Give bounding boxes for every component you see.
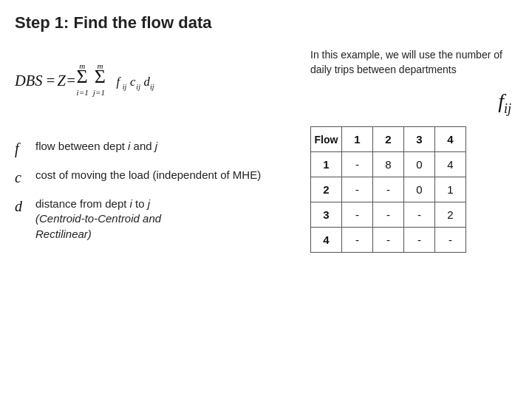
svg-text:ij: ij <box>150 83 154 91</box>
table-row-label-2: 3 <box>311 202 342 228</box>
svg-text:Σ: Σ <box>77 66 88 87</box>
table-cell-3-3: - <box>435 228 466 253</box>
formula-area: DBS = Z = m Σ i=1 m Σ j=1 f ij c ij d ij <box>15 55 288 109</box>
var-desc-d: distance from dept i to j(Centroid-to-Ce… <box>35 197 161 242</box>
table-header-row: Flow 1 2 3 4 <box>311 127 466 152</box>
table-cell-3-2: - <box>404 228 435 253</box>
variable-row-c: c cost of moving the load (independent o… <box>15 168 288 186</box>
table-row: 2--01 <box>311 177 466 202</box>
table-cell-0-1: 8 <box>373 152 404 177</box>
table-cell-2-0: - <box>342 202 373 228</box>
table-cell-1-0: - <box>342 177 373 202</box>
variables-list: f flow between dept i and j c cost of mo… <box>15 139 288 242</box>
page-title: Step 1: Find the flow data <box>0 0 532 40</box>
table-row: 4---- <box>311 228 466 253</box>
table-cell-0-2: 0 <box>404 152 435 177</box>
table-cell-2-2: - <box>404 202 435 228</box>
svg-text:=: = <box>47 72 55 89</box>
var-desc-f: flow between dept i and j <box>35 139 157 154</box>
svg-text:=: = <box>67 72 76 89</box>
table-cell-3-0: - <box>342 228 373 253</box>
svg-text:ij: ij <box>123 83 127 91</box>
variable-row-f: f flow between dept i and j <box>15 139 288 157</box>
table-row: 3---2 <box>311 202 466 228</box>
table-row-label-3: 4 <box>311 228 342 253</box>
var-letter-c: c <box>15 169 28 186</box>
variable-row-d: d distance from dept i to j(Centroid-to-… <box>15 197 288 242</box>
right-panel: In this example, we will use the number … <box>310 47 517 253</box>
table-cell-0-0: - <box>342 152 373 177</box>
svg-text:Z: Z <box>58 72 66 89</box>
svg-text:c: c <box>130 75 136 89</box>
table-header-col-2: 2 <box>373 127 404 152</box>
info-text: In this example, we will use the number … <box>310 47 517 78</box>
svg-text:ij: ij <box>136 83 140 91</box>
table-row-label-1: 2 <box>311 177 342 202</box>
left-panel: DBS = Z = m Σ i=1 m Σ j=1 f ij c ij d ij <box>15 47 288 253</box>
table-cell-0-3: 4 <box>435 152 466 177</box>
table-row: 1-804 <box>311 152 466 177</box>
svg-text:DBS: DBS <box>15 72 42 89</box>
flow-table: Flow 1 2 3 4 1-8042--013---24---- <box>310 126 466 253</box>
svg-text:Σ: Σ <box>95 66 106 87</box>
table-cell-2-1: - <box>373 202 404 228</box>
svg-text:f: f <box>116 75 121 89</box>
var-letter-f: f <box>15 140 28 157</box>
table-header-flow: Flow <box>311 127 342 152</box>
table-cell-1-2: 0 <box>404 177 435 202</box>
fij-label: fij <box>498 89 511 117</box>
table-cell-1-3: 1 <box>435 177 466 202</box>
table-header-col-4: 4 <box>435 127 466 152</box>
svg-text:j=1: j=1 <box>92 88 105 97</box>
fij-f: f <box>498 89 504 112</box>
table-cell-2-3: 2 <box>435 202 466 228</box>
var-desc-c: cost of moving the load (independent of … <box>35 168 261 183</box>
table-row-label-0: 1 <box>311 152 342 177</box>
table-header-col-1: 1 <box>342 127 373 152</box>
var-letter-d: d <box>15 198 28 215</box>
svg-text:i=1: i=1 <box>77 88 89 97</box>
formula-svg: DBS = Z = m Σ i=1 m Σ j=1 f ij c ij d ij <box>15 55 207 106</box>
table-cell-1-1: - <box>373 177 404 202</box>
table-header-col-3: 3 <box>404 127 435 152</box>
table-cell-3-1: - <box>373 228 404 253</box>
fij-subscript: ij <box>504 100 511 115</box>
